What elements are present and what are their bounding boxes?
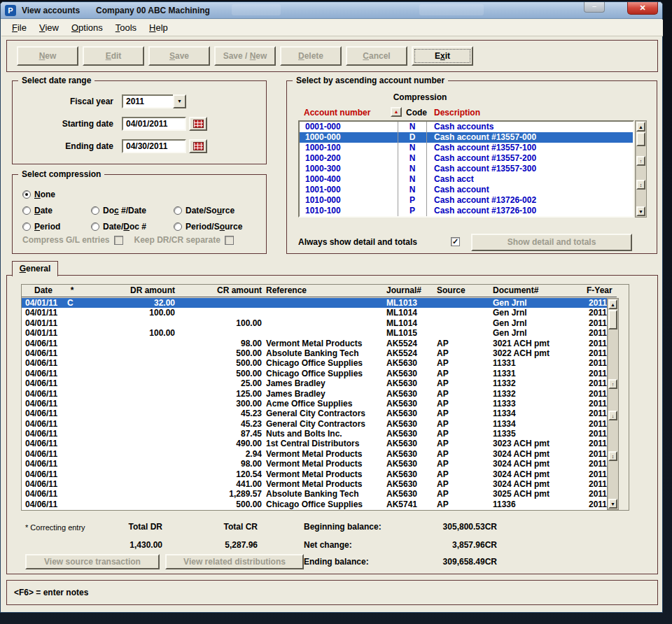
scroll-up-icon[interactable]: ▲ <box>636 122 645 132</box>
column-header-document[interactable]: Document# <box>491 285 584 297</box>
code-column-header[interactable]: Code <box>406 108 427 118</box>
transaction-row[interactable]: 04/06/11120.54Vermont Metal ProductsAK56… <box>22 469 617 479</box>
delete-button[interactable]: Delete <box>280 46 342 66</box>
scroll-up-icon[interactable]: ▲ <box>608 299 617 309</box>
table-scrollbar[interactable]: ▲ ↑ ↓ ↕ ▼ <box>607 298 619 510</box>
new-button[interactable]: New <box>17 46 78 66</box>
column-header-cr-amount[interactable]: CR amount <box>177 285 264 297</box>
starting-date-input[interactable]: 04/01/2011 <box>122 117 186 131</box>
account-number-cell: 1001-000 <box>300 185 398 195</box>
starting-date-calendar-button[interactable] <box>189 117 207 131</box>
account-row[interactable]: 1001-000NCash account <box>300 185 633 195</box>
tab-general[interactable]: General <box>12 261 58 276</box>
radio-doc-date[interactable]: Doc #/Date <box>91 206 174 215</box>
transaction-row[interactable]: 04/06/1145.23General City ContractorsAK5… <box>22 419 617 429</box>
account-row[interactable]: 1000-400NCash acct <box>300 174 633 185</box>
general-table-body: 04/01/11C32.00ML1013Gen Jrnl201104/01/11… <box>22 298 617 510</box>
transaction-row[interactable]: 04/06/11500.00Chicago Office SuppliesAK5… <box>22 358 617 368</box>
close-icon[interactable]: ✕ <box>627 2 658 15</box>
scrollbar-thumb[interactable] <box>636 132 645 146</box>
checkbox-compress-g-l-entries[interactable]: Compress G/L entries <box>22 235 123 245</box>
menu-item-options[interactable]: Options <box>65 21 109 34</box>
menu-item-tools[interactable]: Tools <box>109 21 143 34</box>
account-row[interactable]: 1000-000DCash account #13557-000 <box>300 132 633 143</box>
checkbox-keep-dr-cr-separate[interactable]: Keep DR/CR separate <box>134 235 234 245</box>
minimize-button[interactable]: – <box>584 2 605 13</box>
scroll-down-icon[interactable]: ▼ <box>608 499 617 509</box>
flag-cell <box>65 358 79 368</box>
column-header-f-year[interactable]: F-Year <box>584 285 617 297</box>
radio-date[interactable]: Date <box>22 206 91 215</box>
view-source-transaction-button[interactable]: View source transaction <box>25 554 160 569</box>
radio-none[interactable]: None <box>22 190 91 199</box>
account-row[interactable]: 1010-100PCash account #13726-100 <box>300 206 633 216</box>
transaction-row[interactable]: 04/06/1198.00Vermont Metal ProductsAK552… <box>22 339 617 348</box>
save-new-button[interactable]: Save / New <box>214 46 276 66</box>
account-row[interactable]: 0001-000NCash accounts <box>300 122 633 132</box>
radio-date-source[interactable]: Date/Source <box>174 206 265 215</box>
column-header-journal[interactable]: Journal# <box>384 285 435 297</box>
radio-label: Date/Source <box>186 206 234 215</box>
description-column-header[interactable]: Description <box>434 108 480 118</box>
transaction-row[interactable]: 04/01/11100.00ML1015Gen Jrnl2011 <box>22 328 617 338</box>
radio-period[interactable]: Period <box>22 222 91 232</box>
journal-cell: AK5630 <box>384 449 435 459</box>
cancel-button[interactable]: Cancel <box>346 46 407 66</box>
ending-balance-value: 309,658.49CR <box>399 557 497 567</box>
menu-item-help[interactable]: Help <box>143 21 174 34</box>
transaction-row[interactable]: 04/06/11500.00Absolute Banking TechAK552… <box>22 348 617 358</box>
scroll-down-icon[interactable]: ▼ <box>636 206 645 216</box>
scroll-page-down-icon[interactable]: ↓ <box>608 411 617 420</box>
transaction-row[interactable]: 04/01/11100.00ML1014Gen Jrnl2011 <box>22 318 617 328</box>
scroll-page-up-icon[interactable]: ↑ <box>636 156 645 166</box>
column-header-source[interactable]: Source <box>435 285 491 297</box>
menu-item-view[interactable]: View <box>33 21 65 34</box>
date-cell: 04/06/11 <box>22 339 65 348</box>
transaction-row[interactable]: 04/06/1125.00James BradleyAK5630AP113322… <box>22 378 617 388</box>
account-row[interactable]: 1000-200NCash account #13557-200 <box>300 153 633 164</box>
sort-ascending-icon[interactable]: ▲ <box>391 107 402 117</box>
ending-date-calendar-button[interactable] <box>189 139 207 153</box>
transaction-row[interactable]: 04/06/11500.00Chicago Office SuppliesAK5… <box>22 499 617 509</box>
transaction-row[interactable]: 04/06/11441.00Vermont Metal ProductsAK56… <box>22 479 617 489</box>
transaction-row[interactable]: 04/06/11300.00Acme Office SuppliesAK5630… <box>22 399 617 409</box>
account-row[interactable]: 1010-000PCash account #13726-002 <box>300 195 633 206</box>
document-cell: 11334 <box>491 419 584 429</box>
transaction-row[interactable]: 04/06/11500.00Chicago Office SuppliesAK5… <box>22 369 617 378</box>
ending-date-input[interactable]: 04/30/2011 <box>122 139 186 153</box>
column-header-flag[interactable]: * <box>65 285 79 297</box>
transaction-row[interactable]: 04/06/112.94Vermont Metal ProductsAK5630… <box>22 449 617 459</box>
transaction-row[interactable]: 04/06/111,289.57Absolute Banking TechAK5… <box>22 489 617 499</box>
transaction-row[interactable]: 04/06/11490.001st Central DistributorsAK… <box>22 439 617 448</box>
scroll-jump-icon[interactable]: ↕ <box>608 451 617 461</box>
account-row[interactable]: 1000-300NCash account #13557-300 <box>300 164 633 174</box>
scrollbar-thumb[interactable] <box>608 310 617 329</box>
radio-indicator <box>91 206 99 215</box>
exit-button[interactable]: Exit <box>412 46 473 66</box>
radio-period-source[interactable]: Period/Source <box>174 222 265 232</box>
column-header-dr-amount[interactable]: DR amount <box>79 285 177 297</box>
chevron-down-icon[interactable]: ▼ <box>173 94 186 108</box>
scroll-page-up-icon[interactable]: ↑ <box>608 379 617 389</box>
transaction-row[interactable]: 04/01/11100.00ML1014Gen Jrnl2011 <box>22 308 617 318</box>
edit-button[interactable]: Edit <box>83 46 144 66</box>
account-list-scrollbar[interactable]: ▲ ↑ ↕ ▼ <box>635 120 647 218</box>
transaction-row[interactable]: 04/06/11125.00James BradleyAK5630AP11332… <box>22 389 617 399</box>
fiscal-year-select[interactable]: 2011 ▼ <box>122 94 186 108</box>
column-header-date[interactable]: Date <box>22 285 65 297</box>
column-header-reference[interactable]: Reference <box>264 285 384 297</box>
scroll-jump-icon[interactable]: ↕ <box>636 180 645 190</box>
title-bar[interactable]: P View accounts Company 00 ABC Machining… <box>1 2 662 19</box>
menu-item-file[interactable]: File <box>6 21 33 34</box>
transaction-row[interactable]: 04/01/11C32.00ML1013Gen Jrnl2011 <box>22 298 617 308</box>
transaction-row[interactable]: 04/06/1198.00Vermont Metal ProductsAK563… <box>22 459 617 469</box>
account-row[interactable]: 1000-100NCash account #13557-100 <box>300 143 633 153</box>
view-related-distributions-button[interactable]: View related distributions <box>165 554 304 569</box>
show-detail-and-totals-button[interactable]: Show detail and totals <box>471 234 632 251</box>
always-show-checkbox[interactable]: ✓ <box>451 237 460 246</box>
transaction-row[interactable]: 04/06/1187.45Nuts and Bolts Inc.AK5630AP… <box>22 429 617 439</box>
account-number-column-header[interactable]: Account number <box>304 108 370 118</box>
radio-date-doc[interactable]: Date/Doc # <box>91 222 174 232</box>
transaction-row[interactable]: 04/06/1145.23General City ContractorsAK5… <box>22 409 617 418</box>
save-button[interactable]: Save <box>148 46 210 66</box>
